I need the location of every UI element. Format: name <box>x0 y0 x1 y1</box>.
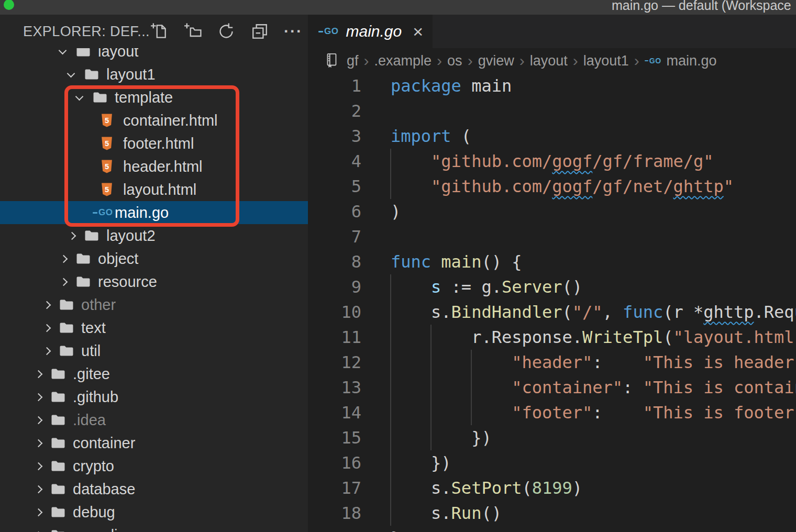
line-number: 19 <box>308 526 361 532</box>
line-number: 2 <box>308 98 361 124</box>
breadcrumb-item--example[interactable]: .example <box>374 53 432 69</box>
tree-item-encoding[interactable]: encoding <box>0 524 308 532</box>
breadcrumb-separator: › <box>364 52 369 70</box>
tree-item-layout-html[interactable]: 5layout.html <box>0 178 308 201</box>
notebook-icon <box>324 52 339 69</box>
chevron-right-icon[interactable] <box>60 256 76 262</box>
tree-item-debug[interactable]: debug <box>0 501 308 524</box>
tree-item-label: object <box>98 250 138 268</box>
code-line: 14 "footer": "This is footer" <box>308 400 796 425</box>
breadcrumb-item-layout1[interactable]: layout1 <box>583 53 629 69</box>
tree-item-template[interactable]: template <box>0 86 308 109</box>
line-number: 4 <box>308 149 361 174</box>
chevron-right-icon[interactable] <box>43 348 59 354</box>
tree-item-layout1[interactable]: layout1 <box>0 63 308 86</box>
code-line: 10 s.BindHandler("/", func(r *ghttp.Requ <box>308 300 796 325</box>
chevron-right-icon[interactable] <box>68 233 84 239</box>
chevron-right-icon[interactable] <box>60 279 76 285</box>
tree-item-label: .github <box>73 389 118 406</box>
code-text: ) <box>391 199 401 224</box>
line-number: 8 <box>308 249 361 274</box>
collapse-folders-icon[interactable] <box>250 22 269 41</box>
svg-text:5: 5 <box>105 162 109 171</box>
tree-item-label: container.html <box>123 112 218 129</box>
folder-icon <box>76 253 91 264</box>
breadcrumb-item-main-go[interactable]: main.go <box>667 53 717 69</box>
new-folder-icon[interactable] <box>183 22 202 41</box>
code-line: 7 <box>308 224 796 249</box>
tree-item-layout2[interactable]: layout2 <box>0 224 308 247</box>
code-text: }) <box>391 425 492 450</box>
chevron-right-icon[interactable] <box>35 394 51 400</box>
tree-item-other[interactable]: other <box>0 293 308 316</box>
tree-item-label: encoding <box>73 527 135 532</box>
breadcrumb-item-gf[interactable]: gf <box>347 53 359 69</box>
tree-item-label: util <box>81 342 101 360</box>
tree-item-main-go[interactable]: GOmain.go <box>0 201 308 224</box>
chevron-right-icon[interactable] <box>35 371 51 377</box>
go-icon: GO <box>318 26 338 37</box>
tree-item-database[interactable]: database <box>0 478 308 501</box>
chevron-down-icon[interactable] <box>68 73 84 76</box>
tree-item-footer-html[interactable]: 5footer.html <box>0 132 308 155</box>
chevron-right-icon[interactable] <box>35 417 51 423</box>
explorer-title: EXPLORER: DEF... <box>23 24 150 40</box>
svg-text:5: 5 <box>105 116 109 125</box>
tree-item-label: debug <box>73 504 115 521</box>
more-actions-icon[interactable]: ··· <box>284 22 303 41</box>
chevron-right-icon[interactable] <box>35 440 51 446</box>
breadcrumb-item-os[interactable]: os <box>447 53 462 69</box>
code-line: 5 "github.com/gogf/gf/net/ghttp" <box>308 174 796 199</box>
tree-item-resource[interactable]: resource <box>0 270 308 293</box>
tree-item-header-html[interactable]: 5header.html <box>0 155 308 178</box>
breadcrumb: gf›.example›os›gview›layout›layout1›GOma… <box>308 48 796 73</box>
go-icon: GO <box>645 57 661 65</box>
breadcrumb-separator: › <box>519 52 525 70</box>
chevron-down-icon[interactable] <box>60 50 76 53</box>
tree-item-label: container <box>73 435 135 452</box>
tree-item-util[interactable]: util <box>0 339 308 362</box>
breadcrumb-separator: › <box>468 52 473 70</box>
tree-item-label: database <box>73 481 135 498</box>
tree-item--idea[interactable]: .idea <box>0 408 308 431</box>
tree-item-container-html[interactable]: 5container.html <box>0 109 308 132</box>
tree-item-label: layout2 <box>106 227 156 245</box>
breadcrumb-separator: › <box>437 52 442 70</box>
svg-text:5: 5 <box>105 185 109 194</box>
code-line: 4 "github.com/gogf/gf/frame/g" <box>308 149 796 174</box>
tree-item-container[interactable]: container <box>0 431 308 455</box>
chevron-right-icon[interactable] <box>35 463 51 469</box>
window-control-green[interactable] <box>4 0 14 10</box>
line-number: 10 <box>308 300 361 325</box>
line-number: 13 <box>308 375 361 400</box>
tree-item-object[interactable]: object <box>0 247 308 270</box>
refresh-explorer-icon[interactable] <box>217 22 236 41</box>
folder-icon <box>59 299 74 311</box>
chevron-right-icon[interactable] <box>35 486 51 492</box>
tree-item-label: text <box>81 319 106 337</box>
chevron-right-icon[interactable] <box>35 509 51 515</box>
code-line: 19} <box>308 526 796 532</box>
close-tab-icon[interactable]: × <box>413 23 423 40</box>
breadcrumb-item-gview[interactable]: gview <box>478 53 514 69</box>
new-file-icon[interactable] <box>150 22 169 41</box>
folder-icon <box>51 368 65 380</box>
chevron-right-icon[interactable] <box>43 302 59 308</box>
code-editor[interactable]: 1package main23import (4 "github.com/gog… <box>308 73 796 532</box>
tree-item-crypto[interactable]: crypto <box>0 455 308 478</box>
code-text: "container": "This is container" <box>391 375 796 400</box>
line-number: 3 <box>308 124 361 149</box>
code-text: r.Response.WriteTpl("layout.html" <box>391 325 796 350</box>
editor-group: GO main.go × gf›.example›os›gview›layout… <box>308 15 796 532</box>
breadcrumb-item-layout[interactable]: layout <box>530 53 568 69</box>
tree-item-text[interactable]: text <box>0 316 308 339</box>
folder-icon <box>84 230 99 241</box>
line-number: 5 <box>308 174 361 199</box>
html5-icon: 5 <box>101 137 113 150</box>
chevron-right-icon[interactable] <box>43 325 59 331</box>
tab-main-go[interactable]: GO main.go × <box>308 15 433 48</box>
tree-item--gitee[interactable]: .gitee <box>0 362 308 385</box>
tree-item--github[interactable]: .github <box>0 385 308 408</box>
chevron-down-icon[interactable] <box>76 96 93 99</box>
breadcrumb-separator: › <box>634 52 639 70</box>
